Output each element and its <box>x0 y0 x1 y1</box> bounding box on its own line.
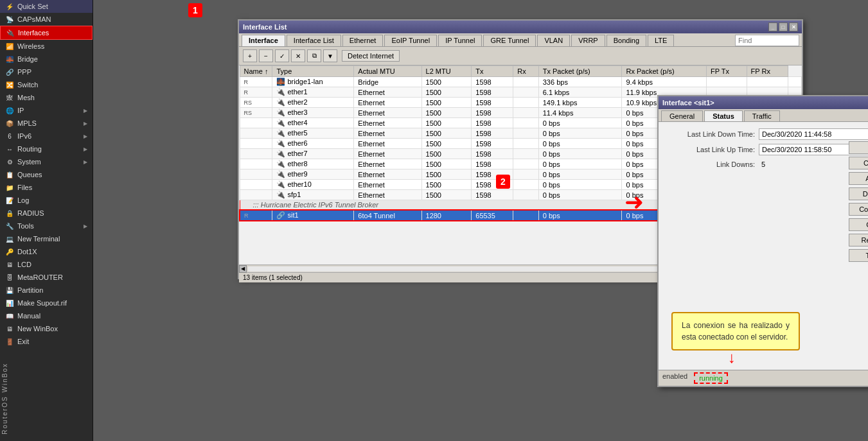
cell-flags <box>240 159 272 169</box>
cell-flags <box>240 169 272 180</box>
cell-tx <box>513 139 538 149</box>
cell-name: 🔌 ether2 <box>272 98 354 108</box>
sidebar-item-ip[interactable]: 🌐 IP <box>0 104 93 117</box>
sidebar-item-partition[interactable]: 💾 Partition <box>0 284 93 297</box>
sidebar-item-mpls[interactable]: 📦 MPLS <box>0 117 93 130</box>
sidebar-item-mesh[interactable]: 🕸 Mesh <box>0 91 93 104</box>
sidebar-item-metarouter[interactable]: 🗄 MetaROUTER <box>0 271 93 284</box>
add-button[interactable]: + <box>243 49 257 62</box>
sidebar-item-wireless[interactable]: 📶 Wireless <box>0 40 93 53</box>
copy-toolbar-button[interactable]: ⧉ <box>307 49 321 62</box>
tab-interface[interactable]: Interface <box>242 35 285 46</box>
col-rx-pps-header[interactable]: Rx Packet (p/s) <box>622 66 707 77</box>
col-tx-pps-header[interactable]: Tx Packet (p/s) <box>538 66 622 77</box>
window-close-button[interactable]: ✕ <box>789 22 798 31</box>
tab-eoip-tunnel[interactable]: EoIP Tunnel <box>384 35 437 46</box>
enable-button[interactable]: ✓ <box>275 49 289 62</box>
window-minimize-button[interactable]: _ <box>768 22 777 31</box>
sidebar-item-quick-set[interactable]: ⚡ Quick Set <box>0 0 93 13</box>
sit1-tabs-bar: General Status Traffic <box>659 109 868 122</box>
tab-ethernet[interactable]: Ethernet <box>342 35 384 46</box>
tab-interface-list[interactable]: Interface List <box>287 35 341 46</box>
capsman-icon: 📡 <box>5 15 14 24</box>
comment-button[interactable]: Comment <box>849 203 868 216</box>
col-actual-mtu-header[interactable]: Actual MTU <box>354 66 421 77</box>
supout-icon: 📊 <box>5 298 14 307</box>
cell-tx <box>513 118 538 128</box>
find-input[interactable] <box>735 35 799 46</box>
sit1-tab-traffic[interactable]: Traffic <box>744 110 780 121</box>
sidebar-item-new-terminal[interactable]: 💻 New Terminal <box>0 232 93 245</box>
sidebar-item-ipv6[interactable]: 6 IPv6 <box>0 130 93 143</box>
cell-rx-selected: 0 bps <box>538 210 622 221</box>
tooltip-arrow: ↓ <box>728 349 736 367</box>
cell-name: 🔌 sfp1 <box>272 190 354 200</box>
sidebar-item-dot1x[interactable]: 🔑 Dot1X <box>0 245 93 258</box>
cell-flags <box>240 180 272 190</box>
cell-rx-pps <box>707 77 747 87</box>
sidebar-item-tools[interactable]: 🔧 Tools <box>0 220 93 232</box>
disable-button[interactable]: Disable <box>849 187 868 200</box>
col-l2-mtu-header[interactable]: L2 MTU <box>421 66 472 77</box>
sidebar-item-manual[interactable]: 📖 Manual <box>0 309 93 322</box>
cell-name: 🔌 ether1 <box>272 87 354 98</box>
col-tx-header[interactable]: Tx <box>472 66 513 77</box>
col-type-header[interactable]: Type <box>272 66 354 77</box>
col-fp-rx-header[interactable]: FP Rx <box>747 66 788 77</box>
disable-button[interactable]: ✕ <box>291 49 305 62</box>
col-fp-tx-header[interactable]: FP Tx <box>707 66 747 77</box>
remove-button[interactable]: Remove <box>849 234 868 246</box>
remove-button[interactable]: − <box>259 49 273 62</box>
sidebar-item-make-supout[interactable]: 📊 Make Supout.rif <box>0 297 93 309</box>
cell-type: Ethernet <box>354 149 421 159</box>
cell-type: Ethernet <box>354 98 421 108</box>
sit1-tab-status[interactable]: Status <box>704 110 743 121</box>
sidebar-item-routing[interactable]: ↔ Routing <box>0 143 93 155</box>
sidebar-item-ppp[interactable]: 🔗 PPP <box>0 65 93 78</box>
radius-icon: 🔒 <box>5 209 14 218</box>
table-row[interactable]: R 🌉 bridge1-lan Bridge 1500 1598 336 bps… <box>240 77 801 87</box>
files-icon: 📁 <box>5 183 14 192</box>
tab-ip-tunnel[interactable]: IP Tunnel <box>438 35 482 46</box>
sidebar-item-capsman[interactable]: 📡 CAPsMAN <box>0 13 93 26</box>
red-arrow-right: ➜ <box>624 191 644 214</box>
col-rx-header[interactable]: Rx <box>513 66 538 77</box>
sidebar-item-files[interactable]: 📁 Files <box>0 181 93 194</box>
torch-button[interactable]: Torch <box>849 249 868 262</box>
ok-button[interactable]: OK <box>849 141 868 154</box>
cell-l2-mtu: 1598 <box>472 77 513 87</box>
tab-lte[interactable]: LTE <box>648 35 674 46</box>
sidebar-item-lcd[interactable]: 🖥 LCD <box>0 258 93 271</box>
sidebar-item-queues[interactable]: 📋 Queues <box>0 168 93 181</box>
sidebar-item-system[interactable]: ⚙ System <box>0 155 93 168</box>
tab-vrrp[interactable]: VRRP <box>571 35 605 46</box>
sidebar-item-log[interactable]: 📝 Log <box>0 194 93 207</box>
cell-rx: 0 bps <box>538 190 622 200</box>
sidebar-label: RouterOS WinBox <box>1 363 8 435</box>
cell-flags-selected: R <box>240 210 272 221</box>
cell-tx <box>513 98 538 108</box>
col-name-header[interactable]: Name ↑ <box>240 66 272 77</box>
cell-name: 🌉 bridge1-lan <box>272 77 354 87</box>
apply-button[interactable]: Apply <box>849 172 868 185</box>
sit1-tab-general[interactable]: General <box>661 110 703 121</box>
sidebar-item-new-winbox[interactable]: 🖥 New WinBox <box>0 322 93 335</box>
sidebar-item-switch[interactable]: 🔀 Switch <box>0 78 93 91</box>
tab-gre-tunnel[interactable]: GRE Tunnel <box>483 35 536 46</box>
sidebar-item-bridge[interactable]: 🌉 Bridge <box>0 53 93 65</box>
sidebar-item-interfaces[interactable]: 🔌 Interfaces <box>0 26 93 40</box>
sidebar-item-exit[interactable]: 🚪 Exit <box>0 335 93 348</box>
cancel-button[interactable]: Cancel <box>849 157 868 169</box>
lcd-icon: 🖥 <box>5 260 14 269</box>
copy-button[interactable]: Copy <box>849 218 868 231</box>
cell-tx-pps: 9.4 kbps <box>622 77 707 87</box>
filter-button[interactable]: ▼ <box>323 49 337 62</box>
tab-bonding[interactable]: Bonding <box>607 35 646 46</box>
sidebar-item-radius[interactable]: 🔒 RADIUS <box>0 207 93 220</box>
cell-actual-mtu: 1500 <box>421 149 472 159</box>
scroll-left-button[interactable]: ◀ <box>239 265 247 273</box>
tab-vlan[interactable]: VLAN <box>537 35 570 46</box>
last-link-down-label: Last Link Down Time: <box>665 130 755 138</box>
detect-internet-button[interactable]: Detect Internet <box>342 50 400 62</box>
window-maximize-button[interactable]: □ <box>779 22 788 31</box>
